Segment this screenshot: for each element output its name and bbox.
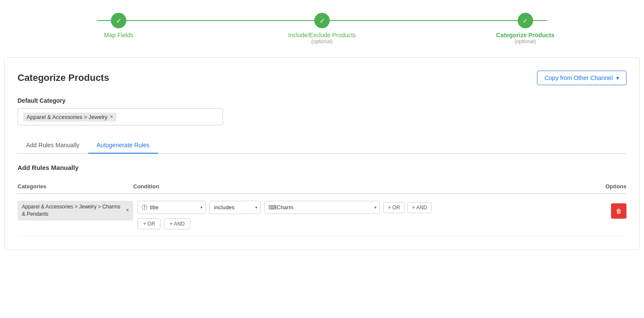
step-include-exclude-label: Include/Exclude Products [288,32,356,39]
page-title: Categorize Products [18,72,109,83]
tab-autogenerate-rules[interactable]: Autogenerate Rules [88,137,158,154]
step-categorize-circle: ✓ [518,13,533,28]
rule-category-tag-close[interactable]: × [126,207,129,214]
rule-category-tag: Apparel & Accessories > Jewelry > Charms… [18,201,133,220]
add-rules-manually-section: Add Rules Manually Categories Condition … [18,164,626,237]
trash-icon: 🗑 [616,208,622,214]
inline-or-and-buttons: + OR + AND [383,202,432,213]
title-field-wrapper: ⓕ title ▾ [137,201,206,214]
step-categorize-label: Categorize Products [496,32,555,39]
rules-table-header: Categories Condition Options [18,180,626,194]
stepper: ✓ Map Fields ✓ Include/Exclude Products … [0,0,644,53]
step-categorize: ✓ Categorize Products (optional) [423,13,627,45]
col-header-categories: Categories [18,183,133,190]
step-map-fields: ✓ Map Fields [17,13,221,39]
checkmark-icon: ✓ [116,17,122,25]
tabs: Add Rules Manually Autogenerate Rules [18,137,626,154]
checkmark-icon-3: ✓ [522,17,528,25]
value-select[interactable]: Charm [264,201,380,214]
rule-category-tag-text: Apparel & Accessories > Jewelry > Charms… [22,203,123,218]
operator-wrapper: includes ▾ [209,201,261,214]
default-category-tag: Apparel & Accessories > Jewelry × [23,113,116,122]
copy-btn-arrow-icon: ▾ [616,74,619,81]
step-include-exclude-sublabel: (optional) [311,39,333,45]
inline-or-button[interactable]: + OR [383,202,405,213]
add-rules-title: Add Rules Manually [18,164,626,171]
step-map-fields-circle: ✓ [111,13,126,28]
copy-btn-label: Copy from Other Channel [544,74,613,81]
default-category-tag-close[interactable]: × [110,114,113,120]
step-include-exclude: ✓ Include/Exclude Products (optional) [221,13,424,45]
and-button[interactable]: + AND [164,218,190,229]
rule-options-col: 🗑 [584,201,626,219]
step-map-fields-label: Map Fields [104,32,133,39]
tab-add-rules-manually[interactable]: Add Rules Manually [18,137,88,154]
default-category-label: Default Category [18,97,626,104]
col-header-condition: Condition [133,183,584,190]
title-field-select[interactable]: title [137,201,206,214]
value-wrapper: ⌨ Charm ▾ [264,201,380,214]
table-row: Apparel & Accessories > Jewelry > Charms… [18,194,626,237]
or-and-row: + OR + AND [137,218,579,229]
delete-rule-button[interactable]: 🗑 [611,203,626,219]
condition-row: ⓕ title ▾ includes ▾ [137,201,579,214]
col-header-options: Options [584,183,626,190]
rule-condition-col: ⓕ title ▾ includes ▾ [137,201,579,229]
default-category-box[interactable]: Apparel & Accessories > Jewelry × [18,108,223,125]
step-include-exclude-circle: ✓ [314,13,330,28]
default-category-tag-text: Apparel & Accessories > Jewelry [27,114,107,120]
step-categorize-sublabel: (optional) [515,39,536,45]
checkmark-icon-2: ✓ [319,17,325,25]
rule-category-col: Apparel & Accessories > Jewelry > Charms… [18,201,133,220]
page-header: Categorize Products Copy from Other Chan… [18,71,626,85]
operator-select[interactable]: includes [209,201,261,214]
main-content: Categorize Products Copy from Other Chan… [4,57,640,250]
or-button[interactable]: + OR [137,218,161,229]
copy-from-other-channel-button[interactable]: Copy from Other Channel ▾ [537,71,626,85]
inline-and-button[interactable]: + AND [407,202,432,213]
default-category-section: Default Category Apparel & Accessories >… [18,97,626,125]
